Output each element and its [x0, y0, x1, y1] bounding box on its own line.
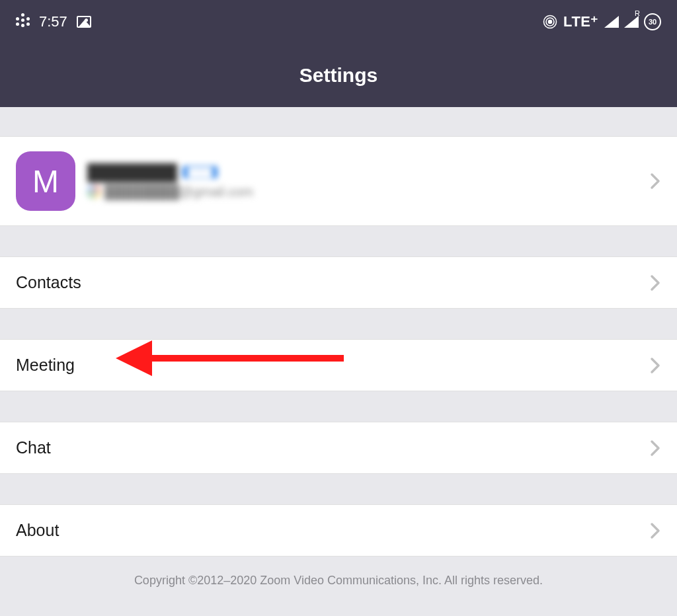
- status-bar-left: 7:57: [16, 13, 91, 30]
- blackberry-icon: [16, 16, 30, 27]
- signal-icon-2: R: [624, 16, 639, 28]
- avatar-initial: M: [32, 163, 59, 200]
- list-item-label: Chat: [16, 438, 51, 457]
- profile-name: ████████: [87, 163, 177, 182]
- status-time: 7:57: [39, 13, 67, 30]
- settings-item-contacts[interactable]: Contacts: [0, 256, 677, 309]
- profile-row[interactable]: M ████████ ████ ████████@gmail.com: [0, 136, 677, 226]
- list-item-label: Meeting: [16, 356, 75, 375]
- chevron-right-icon: [649, 521, 661, 540]
- avatar: M: [16, 151, 75, 211]
- chevron-right-icon: [649, 274, 661, 292]
- chevron-right-icon: [649, 172, 661, 190]
- picture-icon: [77, 16, 91, 28]
- status-bar-right: LTE⁺ R 30: [542, 13, 661, 30]
- footer-copyright: Copyright ©2012–2020 Zoom Video Communic…: [0, 557, 677, 605]
- profile-info: ████████ ████ ████████@gmail.com: [87, 163, 637, 200]
- list-item-label: About: [16, 521, 59, 540]
- settings-item-meeting[interactable]: Meeting: [0, 339, 677, 391]
- hotspot-icon: [542, 14, 558, 30]
- google-icon: [87, 185, 100, 198]
- settings-content: M ████████ ████ ████████@gmail.com Conta…: [0, 107, 677, 605]
- chevron-right-icon: [649, 439, 661, 457]
- page-title: Settings: [299, 64, 378, 87]
- profile-tag: ████: [182, 166, 218, 178]
- network-label: LTE⁺: [563, 13, 599, 30]
- chevron-right-icon: [649, 356, 661, 375]
- status-bar: 7:57 LTE⁺ R 30: [0, 0, 677, 43]
- settings-item-chat[interactable]: Chat: [0, 422, 677, 474]
- list-item-label: Contacts: [16, 273, 81, 292]
- battery-icon: 30: [644, 13, 661, 30]
- profile-email: ████████@gmail.com: [104, 184, 253, 200]
- settings-item-about[interactable]: About: [0, 504, 677, 557]
- roaming-label: R: [635, 9, 640, 17]
- signal-icon-1: [604, 16, 619, 28]
- app-header: Settings: [0, 43, 677, 107]
- svg-point-0: [549, 20, 552, 23]
- battery-pct: 30: [649, 18, 657, 26]
